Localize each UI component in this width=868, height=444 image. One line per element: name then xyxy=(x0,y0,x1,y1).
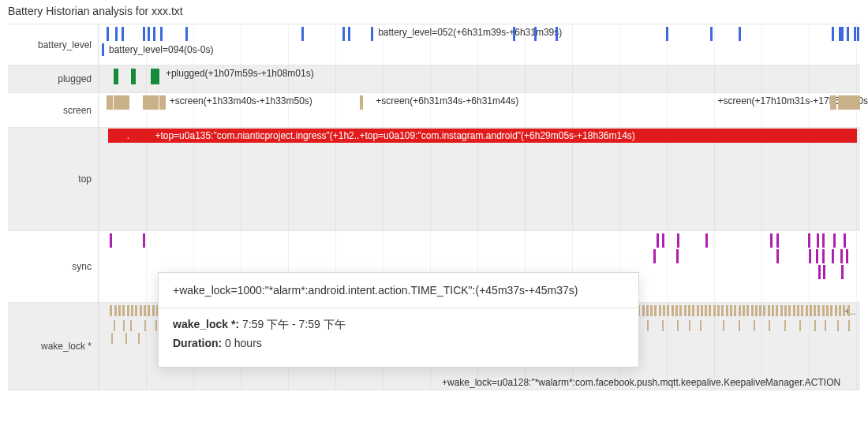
event-tick[interactable] xyxy=(844,233,846,248)
event-tick[interactable] xyxy=(713,305,716,316)
event-tick[interactable] xyxy=(776,249,779,263)
event-tick[interactable] xyxy=(650,305,653,316)
event-tick[interactable] xyxy=(122,27,124,41)
event-tick[interactable] xyxy=(808,233,810,248)
event-tick[interactable] xyxy=(846,249,848,263)
event-tick[interactable] xyxy=(822,233,825,248)
event-tick[interactable] xyxy=(848,320,850,331)
event-tick[interactable] xyxy=(688,305,690,316)
event-tick[interactable] xyxy=(823,265,825,279)
event-tick[interactable] xyxy=(806,305,808,316)
event-tick[interactable] xyxy=(676,249,679,263)
event-tick[interactable] xyxy=(642,305,645,316)
event-tick[interactable] xyxy=(135,305,137,316)
event-tick[interactable] xyxy=(666,27,668,41)
event-tick[interactable] xyxy=(840,249,843,263)
event-tick[interactable] xyxy=(730,305,732,316)
event-tick[interactable] xyxy=(148,27,150,41)
event-tick[interactable] xyxy=(772,305,774,316)
event-tick[interactable] xyxy=(768,305,770,316)
event-tick[interactable] xyxy=(125,333,127,344)
event-tick[interactable] xyxy=(654,305,657,316)
event-tick[interactable] xyxy=(770,233,773,248)
event-tick[interactable] xyxy=(825,320,826,331)
event-tick[interactable] xyxy=(793,305,795,316)
event-tick[interactable] xyxy=(662,233,664,248)
event-tick[interactable] xyxy=(780,305,783,316)
event-tick[interactable] xyxy=(677,320,679,331)
event-tick[interactable] xyxy=(689,320,690,331)
event-tick[interactable] xyxy=(662,320,664,331)
event-tick[interactable] xyxy=(114,305,117,316)
lane-battery-level[interactable]: battery_level=052(+6h31m39s-+6h31m39s) b… xyxy=(99,24,860,65)
event-tick[interactable] xyxy=(739,27,741,41)
event-tick[interactable] xyxy=(679,305,682,316)
event-tick[interactable] xyxy=(847,305,850,316)
event-tick[interactable] xyxy=(830,305,832,316)
event-tick[interactable] xyxy=(710,27,713,41)
event-tick[interactable] xyxy=(107,95,113,110)
event-tick[interactable] xyxy=(155,69,159,84)
event-tick[interactable] xyxy=(360,95,363,110)
event-tick[interactable] xyxy=(152,95,159,110)
event-tick[interactable] xyxy=(123,95,129,110)
event-tick[interactable] xyxy=(513,27,515,41)
event-tick[interactable] xyxy=(185,27,188,41)
lane-plugged[interactable]: +plugged(+1h07m59s-+1h08m01s) xyxy=(99,65,860,92)
event-tick[interactable] xyxy=(818,265,821,279)
event-tick[interactable] xyxy=(659,305,661,316)
event-tick[interactable] xyxy=(788,305,791,316)
event-tick[interactable] xyxy=(847,95,854,110)
event-tick[interactable] xyxy=(110,305,112,316)
event-tick[interactable] xyxy=(115,27,118,41)
event-tick[interactable] xyxy=(814,305,816,316)
event-tick[interactable] xyxy=(667,305,669,316)
event-tick[interactable] xyxy=(776,305,778,316)
event-tick[interactable] xyxy=(131,69,136,84)
event-tick[interactable] xyxy=(140,305,142,316)
event-tick[interactable] xyxy=(743,305,745,316)
event-tick[interactable] xyxy=(822,249,825,263)
event-tick[interactable] xyxy=(122,305,125,316)
event-tick[interactable] xyxy=(663,305,665,316)
event-tick[interactable] xyxy=(769,320,770,331)
event-tick[interactable] xyxy=(776,233,779,248)
event-tick[interactable] xyxy=(784,320,786,331)
event-tick[interactable] xyxy=(822,305,825,316)
event-tick[interactable] xyxy=(653,249,656,263)
event-tick[interactable] xyxy=(672,305,674,316)
event-tick[interactable] xyxy=(810,305,812,316)
event-tick[interactable] xyxy=(817,305,820,316)
event-tick[interactable] xyxy=(692,305,694,316)
event-tick[interactable] xyxy=(684,305,687,316)
event-tick[interactable] xyxy=(534,27,537,41)
event-tick[interactable] xyxy=(143,233,145,248)
event-tick[interactable] xyxy=(721,305,724,316)
event-tick[interactable] xyxy=(809,249,811,263)
event-tick[interactable] xyxy=(556,27,558,41)
event-tick[interactable] xyxy=(657,233,659,248)
lane-top[interactable]: . +top=u0a135:"com.nianticproject.ingres… xyxy=(99,128,860,230)
event-tick[interactable] xyxy=(153,27,155,41)
event-tick[interactable] xyxy=(701,305,703,316)
event-tick[interactable] xyxy=(739,305,741,316)
event-tick[interactable] xyxy=(843,305,845,316)
event-tick[interactable] xyxy=(799,320,801,331)
event-tick[interactable] xyxy=(854,95,860,110)
event-tick[interactable] xyxy=(833,233,836,248)
event-tick[interactable] xyxy=(107,27,109,41)
event-tick[interactable] xyxy=(837,320,839,331)
event-tick[interactable] xyxy=(111,333,113,344)
event-tick[interactable] xyxy=(677,233,679,248)
event-tick[interactable] xyxy=(697,305,699,316)
event-tick[interactable] xyxy=(734,305,736,316)
event-tick[interactable] xyxy=(814,320,816,331)
event-tick[interactable] xyxy=(726,305,728,316)
event-tick[interactable] xyxy=(143,27,145,41)
event-tick[interactable] xyxy=(118,305,121,316)
event-tick[interactable] xyxy=(784,305,787,316)
event-tick[interactable] xyxy=(114,320,115,331)
event-tick[interactable] xyxy=(847,27,849,41)
event-tick[interactable] xyxy=(159,95,166,110)
event-tick[interactable] xyxy=(832,27,834,41)
